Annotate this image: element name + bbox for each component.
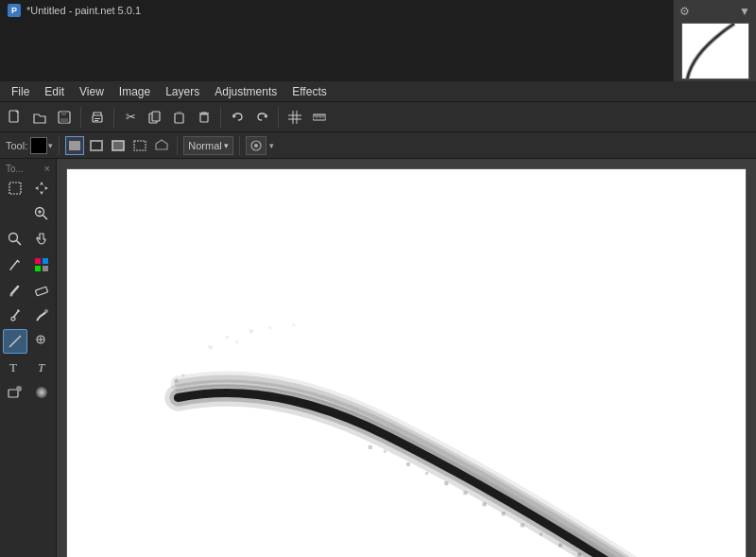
preview-panel: ⚙ ▼ xyxy=(673,0,756,81)
svg-rect-82 xyxy=(558,544,562,548)
svg-rect-72 xyxy=(369,445,372,449)
eraser-tool[interactable] xyxy=(29,278,54,303)
preview-svg xyxy=(682,24,749,79)
text-italic-tool[interactable]: T xyxy=(29,355,54,379)
menu-view[interactable]: View xyxy=(72,83,112,100)
svg-rect-9 xyxy=(152,112,160,121)
svg-rect-31 xyxy=(9,183,21,194)
tool-label: Tool: xyxy=(6,140,27,151)
menu-file[interactable]: File xyxy=(4,83,37,100)
svg-rect-11 xyxy=(177,112,181,114)
svg-rect-67 xyxy=(226,336,229,339)
svg-rect-24 xyxy=(69,141,80,150)
tools-panel-close[interactable]: × xyxy=(44,163,50,174)
svg-point-62 xyxy=(36,387,47,398)
new-button[interactable] xyxy=(4,106,26,129)
toolbar-sep-3 xyxy=(220,107,221,128)
preview-gear-icon[interactable]: ⚙ xyxy=(679,5,690,18)
menu-layers[interactable]: Layers xyxy=(158,83,207,100)
shape-outline-rect-button[interactable] xyxy=(87,136,106,155)
redo-button[interactable] xyxy=(250,106,273,129)
svg-point-48 xyxy=(9,294,12,297)
svg-text:T: T xyxy=(9,360,17,374)
pencil-tool[interactable] xyxy=(3,252,27,277)
toolbar-sep-4 xyxy=(278,107,279,128)
blend-mode-arrow: ▾ xyxy=(224,141,229,150)
antialias-arrow[interactable]: ▾ xyxy=(269,141,274,150)
tool-color-selector[interactable]: ▾ xyxy=(30,137,53,154)
svg-rect-44 xyxy=(43,258,48,264)
canvas-container[interactable] xyxy=(66,168,747,557)
menu-adjustments[interactable]: Adjustments xyxy=(207,83,284,100)
tool-color-box[interactable] xyxy=(30,137,47,154)
svg-line-47 xyxy=(11,287,18,294)
tool-options-bar: Tool: ▾ Normal ▾ xyxy=(0,132,756,159)
svg-line-54 xyxy=(9,336,21,347)
svg-line-40 xyxy=(10,260,18,270)
shape-empty-rect-button[interactable] xyxy=(130,136,149,155)
zoom-tool[interactable] xyxy=(29,201,54,226)
tools-panel-title: To... xyxy=(6,164,24,174)
titlebar-area: P *Untitled - paint.net 5.0.1 ⚙ ▼ xyxy=(0,0,756,81)
app-window: P *Untitled - paint.net 5.0.1 ⚙ ▼ File E… xyxy=(0,0,756,557)
svg-rect-70 xyxy=(268,326,271,329)
text-tool[interactable]: T xyxy=(3,355,27,379)
color-fill-tool[interactable] xyxy=(29,252,54,277)
toolbar: ✂ xyxy=(0,102,756,132)
move-tool[interactable] xyxy=(29,176,54,200)
canvas-wrapper[interactable] xyxy=(57,159,756,557)
app-icon: P xyxy=(8,4,21,17)
svg-rect-74 xyxy=(406,462,410,466)
svg-point-61 xyxy=(16,386,22,392)
line-curve-tool[interactable] xyxy=(3,329,27,354)
shape-filled-rect-button[interactable] xyxy=(65,136,84,155)
blend-mode-dropdown[interactable]: Normal ▾ xyxy=(183,136,232,155)
open-button[interactable] xyxy=(28,106,51,129)
save-button[interactable] xyxy=(53,106,76,129)
svg-rect-12 xyxy=(200,114,208,122)
shape-complex-button[interactable] xyxy=(152,136,171,155)
brush-tool[interactable] xyxy=(3,278,27,303)
menu-edit[interactable]: Edit xyxy=(37,83,72,100)
antialias-button[interactable] xyxy=(246,136,266,155)
svg-rect-83 xyxy=(577,553,581,557)
tool-color-arrow[interactable]: ▾ xyxy=(48,141,53,150)
shape-tool[interactable] xyxy=(3,380,27,405)
clone-tool[interactable] xyxy=(29,329,54,354)
rulers-button[interactable] xyxy=(308,106,331,129)
svg-rect-73 xyxy=(384,450,387,453)
cut-button[interactable]: ✂ xyxy=(119,106,142,129)
tools-panel: To... × xyxy=(0,159,57,557)
undo-button[interactable] xyxy=(226,106,249,129)
title-section: P *Untitled - paint.net 5.0.1 xyxy=(0,0,673,21)
svg-rect-78 xyxy=(483,502,487,506)
color-picker-tool[interactable] xyxy=(3,304,27,328)
svg-rect-45 xyxy=(35,266,41,271)
tool-opts-sep-3 xyxy=(239,136,240,155)
svg-rect-27 xyxy=(134,141,146,150)
svg-rect-69 xyxy=(249,329,253,333)
magic-wand-tool[interactable] xyxy=(3,227,27,252)
menu-image[interactable]: Image xyxy=(112,83,158,100)
pan-tool[interactable] xyxy=(29,227,54,252)
tool-opts-sep-1 xyxy=(59,136,60,155)
lasso-tool[interactable] xyxy=(3,201,27,226)
svg-rect-49 xyxy=(35,287,47,296)
grid-button[interactable] xyxy=(284,106,306,129)
smudge-tool[interactable] xyxy=(29,304,54,328)
shape-partial-rect-button[interactable] xyxy=(109,136,128,155)
gradient-tool[interactable] xyxy=(29,380,54,405)
rectangle-select-tool[interactable] xyxy=(3,176,27,200)
svg-rect-71 xyxy=(292,323,295,326)
svg-rect-79 xyxy=(502,512,506,515)
svg-rect-25 xyxy=(91,141,102,150)
menu-effects[interactable]: Effects xyxy=(284,83,334,100)
svg-rect-75 xyxy=(425,472,428,475)
copy-button[interactable] xyxy=(144,106,166,129)
delete-button[interactable] xyxy=(193,106,215,129)
svg-rect-26 xyxy=(112,141,124,150)
print-button[interactable] xyxy=(86,106,109,129)
paste-button[interactable] xyxy=(168,106,191,129)
preview-layer-icon[interactable]: ▼ xyxy=(739,5,750,18)
canvas-svg[interactable] xyxy=(67,169,746,557)
